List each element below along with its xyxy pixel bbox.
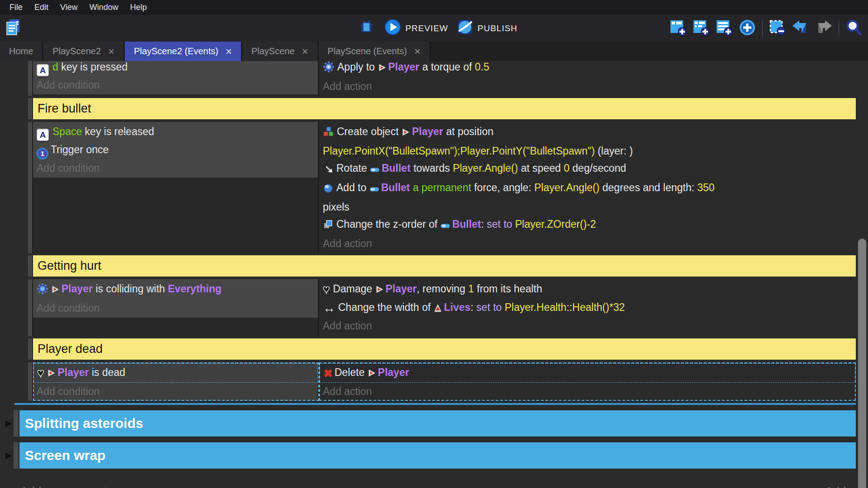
tab-home[interactable]: Home: [0, 42, 43, 61]
menu-edit[interactable]: Edit: [28, 3, 54, 12]
debugger-button[interactable]: [357, 18, 376, 39]
condition-player-dead[interactable]: ♥Player is dead: [33, 363, 318, 383]
tab-playscene-label: PlayScene: [251, 46, 295, 56]
event-drag-handle[interactable]: [28, 122, 33, 253]
close-tab-icon[interactable]: ×: [302, 46, 308, 57]
menu-view[interactable]: View: [54, 3, 84, 12]
tab-home-label: Home: [9, 46, 33, 56]
delete-selection-icon: [769, 19, 787, 38]
vertical-scrollbar[interactable]: [856, 61, 868, 488]
event-player-dead[interactable]: ♥Player is dead Add condition ✖Delete Pl…: [28, 362, 856, 401]
add-new-event-button[interactable]: Add a new event: [20, 484, 108, 488]
event-drag-handle[interactable]: [28, 362, 33, 401]
menu-file[interactable]: File: [4, 3, 28, 12]
preview-button[interactable]: PREVIEW: [384, 19, 448, 38]
group-header-label[interactable]: Player dead: [33, 338, 856, 360]
tab-playscene2-events[interactable]: PlayScene2 (Events) ×: [125, 42, 242, 61]
add-subevent-button[interactable]: [692, 18, 711, 39]
width-arrows-icon: ↔: [323, 302, 335, 314]
group-header-label[interactable]: Splitting asteroids: [19, 410, 856, 436]
physics-gear-icon: [323, 61, 335, 78]
close-tab-icon[interactable]: ×: [226, 46, 232, 57]
group-header-label[interactable]: Getting hurt: [33, 255, 856, 277]
add-condition-button[interactable]: Add condition: [33, 383, 318, 400]
preview-play-icon: [384, 19, 401, 38]
event-drag-handle[interactable]: [28, 61, 33, 96]
search-icon: [845, 19, 863, 38]
project-manager-icon: [4, 18, 22, 39]
tabbar: Home PlayScene2 × PlayScene2 (Events) × …: [0, 42, 868, 61]
tab-playscene[interactable]: PlayScene ×: [242, 42, 319, 61]
event-drag-handle[interactable]: [28, 279, 33, 336]
undo-icon: [792, 19, 810, 38]
events-sheet: Ad key is pressed Add condition Apply to…: [0, 61, 868, 488]
add-more-button[interactable]: Add...: [825, 484, 856, 488]
event-drag-handle[interactable]: [28, 338, 33, 360]
redo-button[interactable]: [814, 18, 833, 39]
player-object-icon: [47, 365, 56, 382]
group-fire-bullet[interactable]: Fire bullet: [28, 98, 856, 119]
menu-help[interactable]: Help: [124, 3, 153, 12]
project-manager-button[interactable]: [4, 18, 23, 39]
delete-cross-icon: ✖: [323, 368, 333, 379]
add-action-button[interactable]: Add action: [319, 78, 856, 95]
event-fire-bullet[interactable]: ASpace key is released 1Trigger once Add…: [28, 122, 856, 253]
add-condition-button[interactable]: Add condition: [33, 300, 318, 317]
condition-trigger-once[interactable]: 1Trigger once: [33, 141, 318, 160]
keyboard-key-icon: A: [37, 129, 49, 141]
close-tab-icon[interactable]: ×: [108, 46, 114, 57]
action-damage-player[interactable]: ♥Damage Player, removing 1 from its heal…: [319, 280, 856, 299]
event-drag-handle[interactable]: [14, 410, 19, 436]
add-action-button[interactable]: Add action: [319, 383, 856, 400]
close-tab-icon[interactable]: ×: [414, 46, 420, 57]
add-condition-button[interactable]: Add condition: [33, 160, 318, 177]
add-comment-button[interactable]: [715, 18, 734, 39]
publish-button[interactable]: PUBLISH: [456, 19, 517, 38]
group-header-label[interactable]: Screen wrap: [19, 442, 856, 469]
action-change-width[interactable]: ↔Change the width of Lives: set to Playe…: [319, 299, 856, 317]
bottom-add-row: Add a new event Add...: [20, 474, 856, 488]
action-delete-player[interactable]: ✖Delete Player: [319, 363, 856, 383]
tab-playscene2-label: PlayScene2: [52, 46, 101, 56]
menu-window[interactable]: Window: [84, 3, 124, 12]
add-action-button[interactable]: Add action: [319, 235, 856, 252]
condition-key-released[interactable]: ASpace key is released: [33, 123, 318, 141]
action-change-zorder[interactable]: Change the z-order of Bullet: set to Pla…: [319, 216, 856, 235]
action-apply-torque[interactable]: Apply to Player a torque of 0.5: [319, 61, 856, 78]
scrollbar-thumb[interactable]: [858, 239, 866, 488]
condition-key-pressed[interactable]: Ad key is pressed: [33, 61, 318, 76]
condition-collision[interactable]: Player is colliding with Everything: [33, 280, 318, 300]
add-circle-icon: [739, 19, 756, 38]
action-create-object-position[interactable]: Player.PointX("BulletSpawn");Player.Poin…: [319, 142, 856, 160]
event-drag-handle[interactable]: [28, 255, 33, 277]
tab-playscene-events[interactable]: PlayScene (Events) ×: [319, 42, 431, 61]
action-add-force[interactable]: Add to Bullet a permanent force, angle: …: [319, 179, 856, 198]
delete-selection-button[interactable]: [768, 18, 787, 39]
group-splitting-asteroids[interactable]: ▶ Splitting asteroids: [4, 410, 856, 436]
add-condition-button[interactable]: Add condition: [33, 76, 318, 94]
event-turn-right[interactable]: Ad key is pressed Add condition Apply to…: [28, 61, 856, 96]
redo-icon: [815, 19, 833, 38]
group-getting-hurt[interactable]: Getting hurt: [28, 255, 856, 277]
expand-caret-icon[interactable]: ▶: [4, 410, 14, 436]
group-screen-wrap[interactable]: ▶ Screen wrap: [4, 442, 856, 469]
search-events-button[interactable]: [844, 18, 863, 39]
group-player-dead[interactable]: Player dead: [28, 338, 856, 360]
bullet-object-icon: [369, 180, 379, 197]
add-event-button[interactable]: [669, 18, 688, 39]
tab-playscene2[interactable]: PlayScene2 ×: [43, 42, 125, 61]
create-object-icon: [323, 125, 334, 142]
event-drag-handle[interactable]: [14, 442, 19, 469]
event-getting-hurt[interactable]: Player is colliding with Everything Add …: [28, 279, 856, 336]
add-action-button[interactable]: Add action: [319, 317, 856, 334]
undo-button[interactable]: [791, 18, 810, 39]
action-rotate-bullet[interactable]: Rotate Bullet towards Player.Angle() at …: [319, 160, 856, 179]
publish-icon: [456, 19, 473, 38]
group-header-label[interactable]: Fire bullet: [33, 98, 856, 119]
debugger-icon: [358, 19, 375, 38]
choose-add-button[interactable]: [738, 18, 757, 39]
expand-caret-icon[interactable]: ▶: [4, 442, 14, 469]
event-drag-handle[interactable]: [28, 98, 33, 119]
action-create-object[interactable]: Create object Player at position: [319, 123, 856, 142]
action-add-force-wrap[interactable]: pixels: [319, 198, 856, 216]
